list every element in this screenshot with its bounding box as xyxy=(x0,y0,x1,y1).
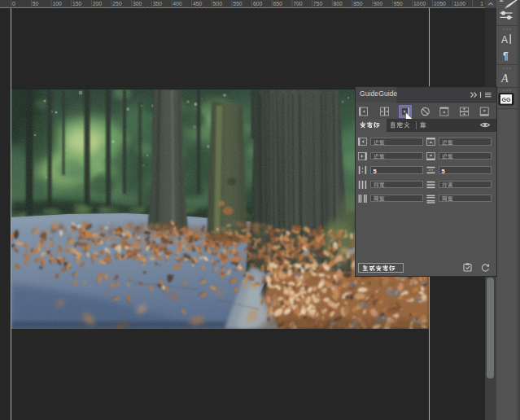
svg-text:0: 0 xyxy=(12,1,15,7)
svg-text:450: 450 xyxy=(193,1,203,7)
svg-text:500: 500 xyxy=(213,1,223,7)
svg-text:550: 550 xyxy=(233,1,243,7)
svg-text:800: 800 xyxy=(334,1,343,7)
svg-text:1000: 1000 xyxy=(413,1,426,7)
svg-text:1: 1 xyxy=(480,1,483,7)
svg-text:GG: GG xyxy=(502,97,511,103)
svg-text:700: 700 xyxy=(293,1,303,7)
svg-text:350: 350 xyxy=(153,1,163,7)
svg-text:1100: 1100 xyxy=(453,1,465,7)
svg-text:300: 300 xyxy=(133,1,142,7)
svg-text:100: 100 xyxy=(52,1,62,7)
svg-text:750: 750 xyxy=(313,1,323,7)
svg-text:650: 650 xyxy=(273,1,283,7)
svg-text:900: 900 xyxy=(374,1,383,7)
svg-text:150: 150 xyxy=(72,1,82,7)
svg-text:250: 250 xyxy=(112,1,122,7)
svg-text:200: 200 xyxy=(93,1,103,7)
svg-text:A: A xyxy=(500,72,509,85)
svg-text:950: 950 xyxy=(393,1,403,7)
svg-text:600: 600 xyxy=(253,1,263,7)
svg-text:850: 850 xyxy=(353,1,363,7)
svg-text:400: 400 xyxy=(173,1,182,7)
svg-text:1050: 1050 xyxy=(434,1,446,7)
svg-text:50: 50 xyxy=(33,1,39,7)
svg-text:A: A xyxy=(501,34,508,46)
svg-text:¶: ¶ xyxy=(503,50,509,62)
